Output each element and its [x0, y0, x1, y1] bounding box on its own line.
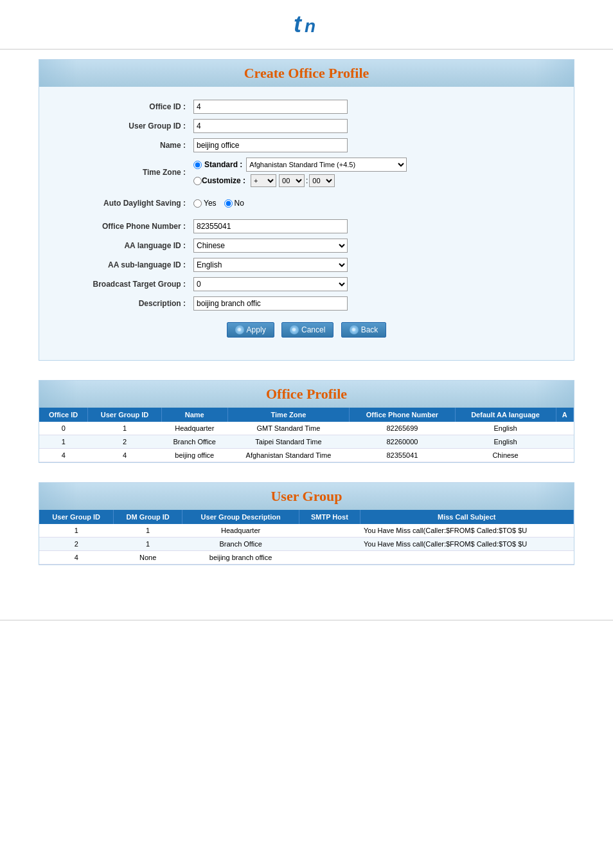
- auto-daylight-options: Yes No: [193, 199, 244, 208]
- cell-ug-id: 1: [39, 524, 114, 538]
- cell-miss-call: You Have Miss call(Caller:$FROM$ Called:…: [360, 524, 574, 538]
- cell-timezone: Afghanistan Standard Time: [227, 449, 350, 462]
- auto-daylight-row: Auto Daylight Saving : Yes No: [65, 199, 548, 208]
- main-content: Create Office Profile Office ID : User G…: [0, 50, 613, 594]
- yes-text: Yes: [204, 199, 217, 208]
- table-row: 1 2 Branch Office Taipei Standard Time 8…: [39, 435, 574, 449]
- office-profile-title: Office Profile: [44, 386, 569, 402]
- office-id-label: Office ID :: [65, 102, 193, 111]
- cell-extra: [556, 449, 573, 462]
- aa-lang-label: AA language ID :: [65, 241, 193, 250]
- cell-ug-desc: Headquarter: [182, 524, 299, 538]
- cell-dm-group-id: None: [114, 551, 182, 565]
- cell-office-id: 0: [39, 422, 88, 435]
- cell-aa-lang: Chinese: [455, 449, 556, 462]
- office-profile-table: Office ID User Group ID Name Time Zone O…: [39, 408, 574, 462]
- user-group-table-header: User Group: [39, 483, 574, 510]
- standard-radio[interactable]: [193, 161, 202, 169]
- cell-ug-id: 4: [39, 551, 114, 565]
- user-group-id-input[interactable]: [193, 119, 348, 133]
- customize-option: Customize : + - 000102030405060708091011…: [193, 174, 407, 187]
- user-group-thead-row: User Group ID DM Group ID User Group Des…: [39, 510, 574, 524]
- customize-sign-select[interactable]: + -: [251, 174, 276, 187]
- col-ug-desc: User Group Description: [182, 510, 299, 524]
- no-label: No: [224, 199, 244, 208]
- footer: [0, 620, 613, 624]
- button-row: ⊕ Apply ⊕ Cancel ⊕ Back: [65, 316, 548, 347]
- office-profile-table-panel: Office Profile Office ID User Group ID N…: [39, 380, 574, 463]
- create-form-title: Create Office Profile: [44, 65, 569, 82]
- create-form-body: Office ID : User Group ID : Name : Time …: [39, 87, 574, 360]
- cell-dm-group-id: 1: [114, 524, 182, 538]
- cell-phone: 82260000: [350, 435, 455, 449]
- office-profile-table-header: Office Profile: [39, 381, 574, 408]
- cell-phone: 82265699: [350, 422, 455, 435]
- back-button[interactable]: ⊕ Back: [341, 322, 387, 338]
- auto-daylight-label: Auto Daylight Saving :: [65, 199, 193, 208]
- cell-aa-lang: English: [455, 422, 556, 435]
- cell-name: Branch Office: [161, 435, 227, 449]
- yes-label: Yes: [193, 199, 217, 208]
- office-profile-thead-row: Office ID User Group ID Name Time Zone O…: [39, 408, 574, 422]
- table-row: 2 1 Branch Office You Have Miss call(Cal…: [39, 538, 574, 551]
- aa-lang-row: AA language ID : Chinese English: [65, 239, 548, 253]
- broadcast-select[interactable]: 0: [193, 277, 348, 291]
- description-row: Description :: [65, 296, 548, 311]
- spacer1: [65, 192, 548, 199]
- aa-sublang-select[interactable]: English Chinese: [193, 258, 348, 272]
- col-miss-call: Miss Call Subject: [360, 510, 574, 524]
- customize-hour-select[interactable]: 00010203040506070809101112: [279, 174, 305, 187]
- cell-smtp-host: [299, 524, 360, 538]
- cell-extra: [556, 435, 573, 449]
- cancel-label: Cancel: [301, 325, 325, 334]
- broadcast-label: Broadcast Target Group :: [65, 280, 193, 289]
- col-dm-group-id: DM Group ID: [114, 510, 182, 524]
- cell-office-id: 4: [39, 449, 88, 462]
- col-phone: Office Phone Number: [350, 408, 455, 422]
- aa-sublang-label: AA sub-language ID :: [65, 260, 193, 269]
- cell-extra: [556, 422, 573, 435]
- cell-user-group-id: 4: [88, 449, 162, 462]
- col-smtp-host: SMTP Host: [299, 510, 360, 524]
- logo: t n: [0, 10, 613, 44]
- user-group-table-panel: User Group User Group ID DM Group ID Use…: [39, 482, 574, 565]
- office-id-input[interactable]: [193, 100, 348, 114]
- col-office-id: Office ID: [39, 408, 88, 422]
- customize-label: Customize :: [202, 176, 245, 185]
- timezone-row: Time Zone : Standard : Afghanistan Stand…: [65, 158, 548, 187]
- description-input[interactable]: [193, 296, 348, 311]
- table-row: 1 1 Headquarter You Have Miss call(Calle…: [39, 524, 574, 538]
- name-input[interactable]: [193, 138, 348, 152]
- no-radio[interactable]: [224, 199, 233, 208]
- user-group-id-label: User Group ID :: [65, 122, 193, 131]
- cell-name: Headquarter: [161, 422, 227, 435]
- phone-input[interactable]: [193, 219, 348, 233]
- cell-timezone: GMT Standard Time: [227, 422, 350, 435]
- standard-label: Standard :: [204, 160, 242, 169]
- customize-radio[interactable]: [193, 177, 202, 185]
- timezone-select[interactable]: Afghanistan Standard Time (+4.5): [246, 158, 407, 172]
- name-row: Name :: [65, 138, 548, 152]
- yes-radio[interactable]: [193, 199, 202, 208]
- cell-user-group-id: 2: [88, 435, 162, 449]
- cell-miss-call: [360, 551, 574, 565]
- phone-row: Office Phone Number :: [65, 219, 548, 233]
- spacer2: [65, 213, 548, 219]
- cancel-button[interactable]: ⊕ Cancel: [281, 322, 333, 338]
- broadcast-row: Broadcast Target Group : 0: [65, 277, 548, 291]
- svg-text:t: t: [294, 11, 303, 37]
- back-icon: ⊕: [350, 325, 359, 334]
- col-extra: A: [556, 408, 573, 422]
- apply-button[interactable]: ⊕ Apply: [227, 322, 274, 338]
- page-header: t n: [0, 0, 613, 50]
- cell-smtp-host: [299, 538, 360, 551]
- time-separator: :: [306, 176, 308, 185]
- standard-option: Standard : Afghanistan Standard Time (+4…: [193, 158, 407, 172]
- customize-min-select[interactable]: 00153045: [309, 174, 335, 187]
- user-group-title: User Group: [44, 488, 569, 505]
- user-group-table: User Group ID DM Group ID User Group Des…: [39, 510, 574, 565]
- aa-lang-select[interactable]: Chinese English: [193, 239, 348, 253]
- aa-sublang-row: AA sub-language ID : English Chinese: [65, 258, 548, 272]
- timezone-options: Standard : Afghanistan Standard Time (+4…: [193, 158, 407, 187]
- svg-text:n: n: [305, 16, 315, 36]
